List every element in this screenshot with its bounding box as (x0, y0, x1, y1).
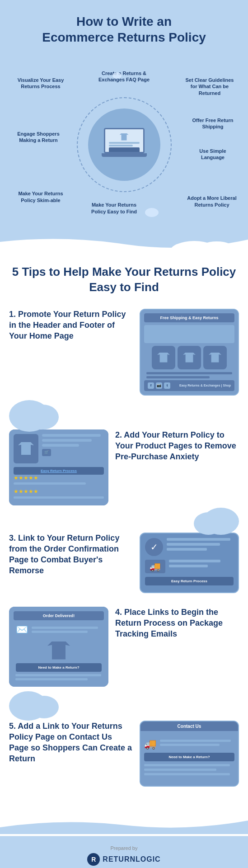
tip-row-4: Order Delivered! ✉️ (9, 607, 239, 687)
diagram-label-simple-language: Use Simple Language (190, 148, 235, 161)
contact-bottom-line-3 (144, 773, 230, 775)
tip-row-1: 1. Promote Your Return Policy in the Hea… (9, 309, 239, 396)
tip-2-text: 2. Add Your Return Policy to Your Produc… (115, 429, 239, 462)
tip-5-contact-body: 🚚 Need to Make a Return? (140, 735, 238, 781)
tshirt-icon-2 (183, 353, 196, 363)
tip-5-mock: Contact Us 🚚 Need to Mak (140, 722, 238, 786)
truck-icon: 🚚 (145, 560, 165, 573)
email-line-1 (32, 627, 98, 629)
laptop-circle: Easy Return (88, 108, 160, 181)
tip-5-return-btn: Need to Make a Return? (144, 753, 234, 761)
tip-2-prod-details: 🛒 (42, 434, 104, 463)
tip-1-text-col: 1. Promote Your Return Policy in the Hea… (9, 309, 133, 342)
twitter-icon: t (164, 382, 170, 389)
diagram-label-faq: Create a Returns & Exchanges FAQ Page (97, 70, 151, 83)
tip-4-email-header: Order Delivered! (14, 611, 104, 620)
tip-row-3: 3. Link to Your Return Policy from the O… (9, 533, 239, 593)
contact-bottom-line-1 (144, 764, 230, 766)
contact-bottom-line-2 (144, 769, 216, 771)
tip-3-lines (167, 538, 234, 553)
tip-1-top-bar: Free Shipping & Easy Returns (144, 313, 234, 322)
tip-2-image: 🛒 Easy Return Process ★★★★★ ★★★★★ (9, 429, 108, 505)
laptop-base (102, 153, 147, 157)
tip-4-env-row: ✉️ (14, 624, 104, 638)
laptop-icon: Easy Return (99, 128, 149, 162)
prod-line-2 (42, 439, 92, 442)
tip-3-return-btn: Easy Return Process (145, 577, 234, 585)
tip-1-text: 1. Promote Your Return Policy in the Hea… (9, 309, 133, 342)
tip-2-prod-header: 🛒 (14, 434, 104, 463)
truck-line-1 (169, 560, 220, 562)
screen-tshirt (120, 133, 129, 141)
laptop-screen: Easy Return (104, 128, 145, 153)
tshirt-large-icon (47, 642, 70, 660)
tip-5-truck-row: 🚚 (144, 738, 234, 750)
tip-row-4-wrapper: Order Delivered! ✉️ (9, 607, 239, 687)
social-icons: f 📷 t (148, 382, 170, 389)
footer-prepared-text: Prepared by (11, 845, 237, 851)
diagram-label-free-shipping: Offer Free Return Shipping (190, 117, 235, 130)
tip-row-3-wrapper: 3. Link to Your Return Policy from the O… (9, 519, 239, 593)
tip-2-text-col: 2. Add Your Return Policy to Your Produc… (115, 429, 239, 462)
tips-section: 5 Tips to Help Make Your Returns Policy … (0, 255, 248, 836)
confirm-line-1 (167, 538, 230, 541)
returnlogic-logo-text: RETURNLOGIC (103, 855, 160, 863)
confirm-line-3 (167, 548, 207, 551)
tip-2-review-line-2 (14, 496, 104, 499)
contact-line-1 (160, 740, 231, 742)
header-section: How to Write an Ecommerce Returns Policy… (0, 0, 248, 255)
page-wrapper: How to Write an Ecommerce Returns Policy… (0, 0, 248, 868)
footer-section: Prepared by R RETURNLOGIC Learn more at:… (0, 836, 248, 868)
tip-1-product-1 (152, 346, 175, 369)
email-bottom-line-2 (15, 678, 88, 680)
tip-2-stars-1: ★★★★★ (14, 475, 104, 481)
cloud-decoration (145, 208, 159, 217)
contact-truck-icon: 🚚 (144, 738, 156, 750)
prod-line-3 (42, 444, 79, 447)
tshirt-icon-1 (157, 353, 170, 363)
tip-4-email-mock: Order Delivered! ✉️ (9, 607, 108, 687)
tip-row-2: 🛒 Easy Return Process ★★★★★ ★★★★★ (9, 429, 239, 505)
email-bottom-line-1 (15, 674, 101, 676)
contact-line-2 (160, 744, 220, 746)
tip-2-review-line (14, 482, 86, 485)
tip-3-mock: ✓ 🚚 (140, 533, 238, 592)
tip-4-return-btn: Need to Make a Return? (16, 663, 102, 672)
tip-4-tshirt-center (14, 642, 104, 660)
diagram-label-guidelines: Set Clear Guidelines for What Can be Ret… (185, 77, 234, 96)
tip-4-text-col: 4. Place Links to Begin the Return Proce… (115, 607, 239, 640)
tips-title: 5 Tips to Help Make Your Returns Policy … (9, 264, 239, 295)
tip-4-text: 4. Place Links to Begin the Return Proce… (115, 607, 239, 640)
footer-logo: R RETURNLOGIC (11, 853, 237, 866)
tip-3-truck-row: 🚚 (145, 560, 234, 573)
cloud-separator-3 (9, 700, 239, 714)
tip-2-stars-2: ★★★★★ (14, 487, 104, 495)
diagram-section: Visualize Your Easy Returns Process Crea… (0, 63, 248, 235)
tip-5-image: Contact Us 🚚 Need to Mak (140, 721, 239, 787)
cloud-decoration-2 (112, 72, 122, 79)
diagram-label-skimable: Make Your Returns Policy Skim-able (14, 190, 68, 203)
tip-2-prod-img (14, 434, 38, 463)
tip-5-truck-lines (160, 740, 234, 748)
prod-line-1 (42, 434, 101, 437)
cart-icon: 🛒 (42, 449, 51, 456)
instagram-icon: 📷 (156, 382, 162, 389)
checkmark-icon: ✓ (145, 538, 163, 556)
diagram-label-engage: Engage Shoppers Making a Return (11, 131, 66, 144)
confirm-line-2 (167, 543, 220, 546)
tip-1-footer-text: Easy Returns & Exchanges | Shop (179, 384, 231, 387)
diagram-label-visualize: Visualize Your Easy Returns Process (14, 77, 68, 90)
cloud-separator-1 (9, 409, 239, 423)
tip-5-text-col: 5. Add a Link to Your Returns Policy Pag… (9, 721, 133, 764)
facebook-icon: f (148, 382, 154, 389)
tip-1-products (144, 346, 234, 369)
tip-1-footer-bar: f 📷 t Easy Returns & Exchanges | Shop (144, 380, 234, 391)
diagram-label-easy-to-find: Make Your Returns Policy Easy to Find (89, 202, 139, 215)
main-title: How to Write an Ecommerce Returns Policy (18, 14, 230, 45)
tip-4-image: Order Delivered! ✉️ (9, 607, 108, 687)
tip-row-5: 5. Add a Link to Your Returns Policy Pag… (9, 721, 239, 787)
tshirt-icon-3 (209, 353, 221, 363)
tip-2-return-btn: Easy Return Process (14, 467, 104, 475)
wave-divider (0, 235, 248, 255)
cloud-separator-2 (9, 519, 239, 528)
